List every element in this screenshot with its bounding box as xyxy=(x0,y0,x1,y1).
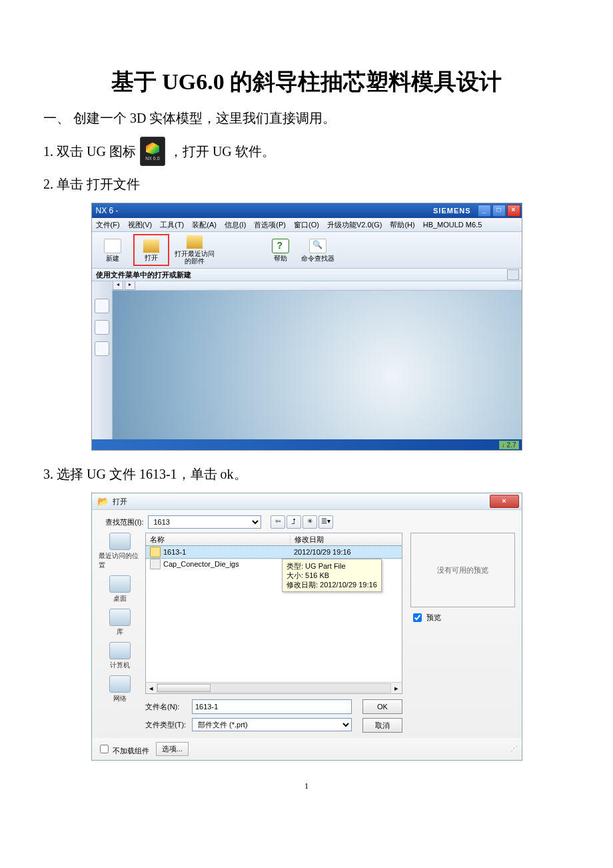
status-value: ↓ 2.7 xyxy=(499,441,519,449)
siemens-brand: SIEMENS xyxy=(433,207,471,215)
filename-label: 文件名(N): xyxy=(145,702,188,712)
network-icon xyxy=(109,675,131,693)
minimize-button[interactable]: _ xyxy=(478,205,491,217)
nx6-main-window-screenshot: NX 6 - SIEMENS _ □ × 文件(F) 视图(V) 工具(T) 装… xyxy=(91,203,522,451)
menu-help[interactable]: 帮助(H) xyxy=(390,220,414,230)
filetype-select[interactable]: 部件文件 (*.prt) xyxy=(192,718,352,731)
file-row-1613-1[interactable]: 1613-1 2012/10/29 19:16 xyxy=(146,546,402,558)
dialog-close-button[interactable]: × xyxy=(490,495,519,508)
nx6-desktop-icon: NX 6.0 xyxy=(140,137,165,166)
help-icon xyxy=(272,239,289,253)
document-title: 基于 UG6.0 的斜导柱抽芯塑料模具设计 xyxy=(43,67,570,97)
maximize-button[interactable]: □ xyxy=(492,205,506,217)
scroll-right-button[interactable]: ▸ xyxy=(125,281,135,290)
menu-prefs[interactable]: 首选项(P) xyxy=(254,220,286,230)
lookin-label: 查找范围(I): xyxy=(99,517,144,527)
toolbar-open[interactable]: 打开 xyxy=(133,234,169,266)
toolbar-dropdown-icon[interactable] xyxy=(507,269,519,280)
step-1-text-b: ，打开 UG 软件。 xyxy=(169,143,275,161)
places-bar: 最近访问的位置 桌面 库 计算机 网络 xyxy=(99,533,142,733)
nx6-window-title: NX 6 - xyxy=(96,206,119,215)
cancel-button[interactable]: 取消 xyxy=(362,718,402,733)
section-1-heading: 一、 创建一个 3D 实体模型，这里我们直接调用。 xyxy=(43,109,570,127)
place-network[interactable]: 网络 xyxy=(109,675,131,703)
sidebar-roles-icon[interactable] xyxy=(95,299,109,313)
place-recent[interactable]: 最近访问的位置 xyxy=(99,533,142,570)
filetype-label: 文件类型(T): xyxy=(145,720,188,730)
noload-checkbox-row[interactable]: 不加载组件 xyxy=(97,743,149,756)
open-recent-icon xyxy=(187,235,203,249)
file-tooltip: 类型: UG Part File 大小: 516 KB 修改日期: 2012/1… xyxy=(282,559,382,592)
nx6-left-sidebar xyxy=(92,281,113,439)
nx6-toolbar: 新建 打开 打开最近访问的部件 帮助 命令查找器 xyxy=(92,232,522,269)
dialog-titlebar: 📂 打开 × xyxy=(92,493,522,510)
menu-tools[interactable]: 工具(T) xyxy=(160,220,184,230)
sidebar-assembly-icon[interactable] xyxy=(95,341,109,356)
place-computer[interactable]: 计算机 xyxy=(109,642,131,670)
nx6-icon-label: NX 6.0 xyxy=(145,156,159,161)
col-date-header[interactable]: 修改日期 xyxy=(291,535,402,545)
open-folder-icon xyxy=(143,239,159,253)
sidebar-history-icon[interactable] xyxy=(95,320,109,335)
up-folder-button[interactable]: ⮥ xyxy=(287,515,301,529)
menu-upgrade[interactable]: 升级功能V2.0(G) xyxy=(327,220,382,230)
page-number: 1 xyxy=(43,781,570,791)
new-file-icon xyxy=(104,239,121,253)
menu-assembly[interactable]: 装配(A) xyxy=(192,220,217,230)
recent-places-icon xyxy=(109,533,131,550)
nx6-hint-bar: 使用文件菜单中的打开或新建 xyxy=(92,269,522,281)
back-button[interactable]: ⇦ xyxy=(271,515,285,529)
toolbar-command-finder[interactable]: 命令查找器 xyxy=(301,235,334,265)
igs-file-icon xyxy=(150,559,161,569)
menu-hbmould[interactable]: HB_MOULD M6.5 xyxy=(423,221,482,229)
desktop-icon xyxy=(109,575,131,593)
close-button[interactable]: × xyxy=(507,205,520,217)
menu-view[interactable]: 视图(V) xyxy=(128,220,153,230)
options-button[interactable]: 选项... xyxy=(156,742,189,756)
step-3: 3. 选择 UG 文件 1613-1，单击 ok。 xyxy=(43,465,570,483)
preview-checkbox[interactable] xyxy=(413,613,422,622)
ok-button[interactable]: OK xyxy=(362,699,402,714)
lookin-select[interactable]: 1613 xyxy=(148,515,261,529)
file-list-hscrollbar[interactable]: ◂▸ xyxy=(146,682,402,693)
filename-input[interactable] xyxy=(192,699,352,714)
menu-info[interactable]: 信息(I) xyxy=(225,220,246,230)
resize-grip-icon[interactable]: ⋰ xyxy=(510,745,516,753)
file-list[interactable]: 名称 修改日期 1613-1 2012/10/29 19:16 Cap_Cone… xyxy=(145,533,402,694)
dialog-icon: 📂 xyxy=(97,496,109,507)
menu-window[interactable]: 窗口(O) xyxy=(294,220,319,230)
command-finder-icon xyxy=(309,239,326,253)
preview-box: 没有可用的预览 xyxy=(410,533,515,607)
nx6-status-bar: ↓ 2.7 xyxy=(92,439,522,450)
view-menu-button[interactable]: ☰▾ xyxy=(318,515,333,529)
nx6-menubar: 文件(F) 视图(V) 工具(T) 装配(A) 信息(I) 首选项(P) 窗口(… xyxy=(92,218,522,232)
new-folder-button[interactable]: ✳ xyxy=(303,515,317,529)
step-2: 2. 单击 打开文件 xyxy=(43,175,570,193)
step-1-text-a: 1. 双击 UG 图标 xyxy=(43,143,136,161)
toolbar-help[interactable]: 帮助 xyxy=(264,235,297,265)
library-icon xyxy=(109,609,131,626)
place-desktop[interactable]: 桌面 xyxy=(109,575,131,603)
toolbar-new[interactable]: 新建 xyxy=(96,235,129,265)
toolbar-open-recent[interactable]: 打开最近访问的部件 xyxy=(173,235,216,265)
nx6-titlebar: NX 6 - SIEMENS _ □ × xyxy=(92,203,522,218)
menu-file[interactable]: 文件(F) xyxy=(96,220,120,230)
place-library[interactable]: 库 xyxy=(109,609,131,637)
noload-checkbox[interactable] xyxy=(100,745,109,753)
col-name-header[interactable]: 名称 xyxy=(146,535,291,545)
step-1: 1. 双击 UG 图标 NX 6.0 ，打开 UG 软件。 xyxy=(43,137,570,166)
computer-icon xyxy=(109,642,131,659)
preview-checkbox-row[interactable]: 预览 xyxy=(410,611,515,624)
dialog-title: 打开 xyxy=(113,497,127,507)
prt-file-icon xyxy=(150,547,161,557)
open-dialog-screenshot: 📂 打开 × 查找范围(I): 1613 ⇦ ⮥ ✳ ☰▾ 最近访问的 xyxy=(91,493,522,761)
scroll-left-button[interactable]: ◂ xyxy=(113,281,123,290)
